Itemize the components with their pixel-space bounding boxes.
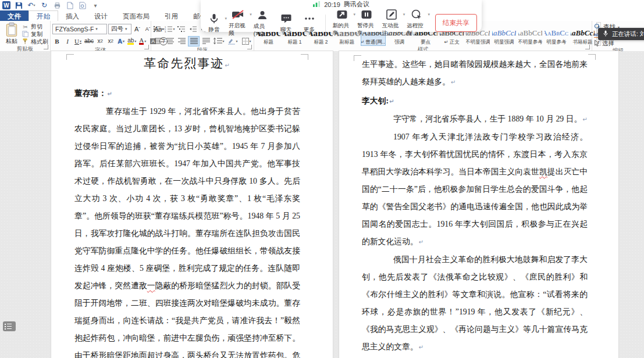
chevron-down-icon[interactable]: ▾ <box>354 12 356 17</box>
document-title: 革命先烈事迹↵ <box>74 55 300 74</box>
style-label: 标题 2 <box>314 39 328 45</box>
style-不明显参考[interactable]: AaBbCcD不明显参考 <box>518 24 543 46</box>
body-text: 生平事迹。这些年，她目睹着陵园规模越来越大，全国各地前来祭拜英雄的人越来越多。 <box>362 60 588 86</box>
align-left-button[interactable] <box>153 37 163 46</box>
print-icon[interactable] <box>52 1 62 10</box>
body-text: 隐蔽的桥形暗堡猛烈火力的封锁。部队受阻于开阔地带，二班、四班接连两次对暗堡爆破均… <box>74 281 300 358</box>
chevron-down-icon[interactable]: ▾ <box>428 12 430 17</box>
tab-设计[interactable]: 设计 <box>87 10 115 21</box>
style-preview: AaBbCcD <box>492 27 517 39</box>
copy-button[interactable]: 复制 <box>22 31 48 38</box>
grow-font-button[interactable]: Aˆ <box>133 24 142 34</box>
strikethrough-button[interactable]: abc <box>84 37 94 46</box>
meeting-button-更多[interactable]: 更多 <box>301 13 318 34</box>
tab-开始[interactable]: 开始 <box>29 10 58 21</box>
crop-mark <box>354 55 361 61</box>
share-new-icon <box>336 9 348 22</box>
highlight-color-button[interactable]: ab▾ <box>127 37 137 46</box>
meeting-app-name: 腾讯会议 <box>344 0 369 9</box>
numbering-button[interactable]: 123▾ <box>165 24 175 34</box>
paste-label: 粘贴 <box>6 37 17 45</box>
superscript-button[interactable]: x2 <box>106 37 115 46</box>
meeting-button-互动批注[interactable]: 互动批注▾ <box>382 9 401 37</box>
save-icon[interactable] <box>14 1 23 10</box>
meeting-button-label: 更多 <box>304 26 315 34</box>
meeting-button-label: 静音 <box>209 26 220 34</box>
style-label: 不明显强调 <box>465 39 490 45</box>
chat-icon <box>280 13 292 26</box>
select-button[interactable]: 选择 <box>594 40 620 47</box>
meeting-button-label: 聊天 <box>280 26 291 34</box>
document-page-right[interactable]: 生平事迹。这些年，她目睹着陵园规模越来越大，全国各地前来祭拜英雄的人越来越多。↵… <box>339 51 618 358</box>
chevron-down-icon[interactable]: ▾ <box>250 12 252 17</box>
meeting-button-远程控制[interactable]: 远程控制▾ <box>407 9 426 37</box>
paragraph-mark: ↵ <box>582 116 587 123</box>
list-icon <box>5 328 16 330</box>
meeting-button-暂停共享[interactable]: 暂停共享 <box>357 9 376 37</box>
undo-icon[interactable]: ↶▾ <box>27 1 36 10</box>
paragraph: 俄国十月社会主义革命的胜利极大地鼓舞和启发了李大钊，他先后发表了《法俄革命之比较… <box>362 251 588 356</box>
align-right-button[interactable] <box>176 37 187 46</box>
tab-引用[interactable]: 引用 <box>157 10 186 21</box>
qat-customize-icon[interactable]: ▾ <box>91 1 100 10</box>
tab-文件[interactable]: 文件 <box>0 10 29 21</box>
signal-icon <box>313 1 321 8</box>
paragraph: 字守常，河北省乐亭县人，生于 1889 年 10 月 29 日。↵ <box>362 110 588 128</box>
meeting-button-聊天[interactable]: 聊天 <box>277 13 295 34</box>
more-dots-icon <box>304 13 315 26</box>
bullets-button[interactable]: ▾ <box>153 24 163 34</box>
end-share-button[interactable]: 结束共享 <box>435 14 477 32</box>
styles-dialog-launcher[interactable] <box>585 45 590 49</box>
subscript-button[interactable]: x2 <box>95 37 105 46</box>
decrease-indent-button[interactable] <box>188 24 198 34</box>
meeting-button-label: 新的共享 <box>332 22 351 37</box>
meeting-button-新的共享[interactable]: 新的共享▾ <box>332 9 351 37</box>
align-center-button[interactable] <box>165 37 175 46</box>
chevron-down-icon[interactable]: ▾ <box>403 12 405 17</box>
tab-插入[interactable]: 插入 <box>58 10 87 21</box>
italic-button[interactable]: I <box>63 37 72 46</box>
style-明显强调[interactable]: AaBbCcD明显强调 <box>492 24 517 46</box>
chevron-down-icon[interactable]: ▾ <box>225 16 227 21</box>
redo-icon[interactable]: ↻ <box>40 1 49 10</box>
style-明显参考[interactable]: AaBbCcI明显参考 <box>544 24 569 46</box>
meeting-button-开启视频[interactable]: 开启视频▾ <box>229 9 248 37</box>
meeting-buttons-row: 静音▾开启视频▾成员(78)聊天更多新的共享▾暂停共享互动批注▾远程控制▾结束共… <box>201 9 482 40</box>
paragraph-mark: ↵ <box>107 91 112 97</box>
justify-button[interactable] <box>188 36 200 46</box>
meeting-panel-toggle[interactable] <box>3 321 16 331</box>
cut-button[interactable]: ✂剪切 <box>22 23 48 30</box>
paragraph-mark: ↵ <box>419 344 424 350</box>
multilevel-list-button[interactable] <box>176 24 187 34</box>
meeting-status-bar: 20:19 腾讯会议 <box>201 0 482 9</box>
list-icon <box>5 326 16 327</box>
underline-button[interactable]: U▾ <box>73 37 83 46</box>
print-preview-icon[interactable] <box>78 1 87 10</box>
document-page-left[interactable]: 革命先烈事迹↵董存瑞：↵董存瑞生于 1929 年，河北省怀来县人。他出身于贫苦农… <box>51 51 333 358</box>
font-dialog-launcher[interactable] <box>144 45 149 49</box>
paragraph: 生平事迹。这些年，她目睹着陵园规模越来越大，全国各地前来祭拜英雄的人越来越多。↵ <box>362 56 588 91</box>
new-document-icon[interactable] <box>65 1 74 10</box>
text-effects-button[interactable]: A▾ <box>116 37 126 46</box>
meeting-button-静音[interactable]: 静音▾ <box>205 13 223 34</box>
tab-页面布局[interactable]: 页面布局 <box>115 10 157 21</box>
toolbar-divider <box>325 15 326 32</box>
style-label: 明显参考 <box>547 39 567 45</box>
paragraph-mark: ↵ <box>451 79 456 85</box>
paragraph: 1907 年考入天津北洋法政专门学校学习政治经济。1913 年冬，李大钊怀着忧国… <box>362 128 588 251</box>
meeting-button-label: 远程控制 <box>407 22 426 37</box>
clipboard-dialog-launcher[interactable] <box>44 45 48 49</box>
meeting-button-成员(78)[interactable]: 成员(78) <box>254 9 272 37</box>
meeting-button-label: 成员(78) <box>254 23 272 37</box>
paragraph-dialog-launcher[interactable] <box>247 45 252 49</box>
member-icon <box>257 9 268 22</box>
document-canvas: 革命先烈事迹↵董存瑞：↵董存瑞生于 1929 年，河北省怀来县人。他出身于贫苦农… <box>0 51 644 358</box>
clipboard-group: 粘贴 ✂剪切 复制 格式刷 剪贴板 <box>0 21 51 51</box>
body-text: 字守常，河北省乐亭县人，生于 1889 年 10 月 29 日。 <box>393 114 582 123</box>
font-family-select[interactable]: FZYaSongS-F▾ <box>52 24 107 34</box>
paste-button[interactable]: 粘贴 <box>2 22 22 45</box>
body-text: 俄国十月社会主义革命的胜利极大地鼓舞和启发了李大钊，他先后发表了《法俄革命之比较… <box>362 255 588 351</box>
bold-button[interactable]: B <box>52 37 62 46</box>
style-书籍标题[interactable]: AaBbCcD书籍标题 <box>570 24 595 46</box>
font-size-select[interactable]: 四号▾ <box>108 24 131 34</box>
